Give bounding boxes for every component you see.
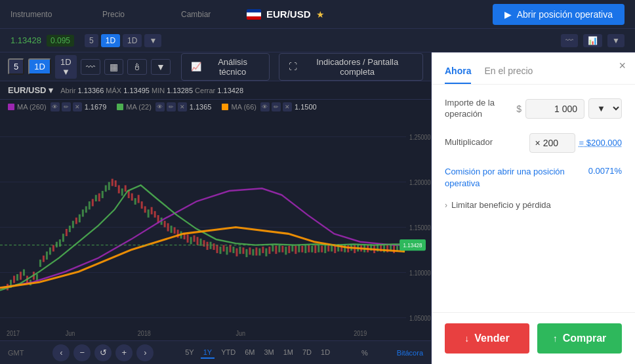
nav-minus-btn[interactable]: − — [73, 344, 91, 361]
svg-rect-134 — [393, 245, 395, 253]
time-btn-1d-first[interactable]: 1D — [101, 34, 120, 47]
multiplier-input[interactable] — [529, 133, 575, 153]
svg-rect-56 — [138, 195, 140, 203]
range-3m[interactable]: 3M — [261, 347, 276, 359]
toolbar-period-select[interactable]: 1D ▼ — [55, 55, 77, 79]
svg-rect-32 — [59, 239, 61, 247]
svg-rect-54 — [131, 193, 133, 201]
svg-rect-112 — [321, 246, 323, 253]
toolbar-line-icon[interactable]: 〰 — [81, 59, 100, 75]
ma-260-edit[interactable]: ✏ — [62, 102, 71, 111]
panel-close-button[interactable]: × — [619, 59, 626, 73]
svg-rect-100 — [281, 246, 283, 253]
svg-rect-25 — [36, 274, 38, 281]
favorite-star-icon[interactable]: ★ — [316, 9, 325, 20]
svg-rect-60 — [151, 207, 153, 214]
chart-type-btn-1[interactable]: 〰 — [561, 34, 578, 47]
multiplicador-value: = $200.000 — [529, 133, 622, 153]
range-6m[interactable]: 6M — [242, 347, 257, 359]
tab-en-precio[interactable]: En el precio — [484, 60, 533, 84]
panel-footer: ↓ Vender ↑ Comprar — [432, 312, 635, 364]
svg-rect-110 — [314, 245, 316, 253]
svg-rect-115 — [331, 245, 333, 252]
range-1m[interactable]: 1M — [281, 347, 296, 359]
svg-rect-27 — [43, 256, 45, 262]
range-ytd[interactable]: YTD — [218, 347, 238, 359]
technical-analysis-button[interactable]: 📈 Análisis técnico — [181, 53, 270, 81]
percent-label: % — [361, 349, 368, 357]
toolbar-period-1d[interactable]: 1D — [28, 58, 51, 75]
svg-rect-43 — [95, 195, 97, 201]
svg-rect-74 — [197, 237, 199, 245]
max-val: 1.13495 — [123, 87, 150, 94]
indicators-fullscreen-button[interactable]: ⛶ Indicadores / Pantalla completa — [279, 53, 423, 81]
toolbar-bar-icon[interactable]: ▦ — [104, 59, 123, 75]
svg-rect-61 — [154, 211, 156, 218]
svg-text:1.25000: 1.25000 — [409, 134, 431, 142]
amount-input[interactable] — [525, 99, 584, 119]
current-price: 1.13428 — [10, 35, 41, 45]
svg-rect-72 — [190, 237, 192, 244]
eur-flag-icon — [247, 9, 261, 20]
ma-66-edit[interactable]: ✏ — [272, 102, 281, 111]
ma-66-item: MA (66) 👁 ✏ ✕ 1.1500 — [222, 102, 316, 111]
range-5y[interactable]: 5Y — [182, 347, 196, 359]
svg-rect-87 — [239, 247, 241, 254]
ma-260-x[interactable]: ✕ — [73, 102, 82, 111]
svg-rect-33 — [62, 233, 64, 241]
svg-rect-65 — [167, 223, 169, 231]
tab-ahora[interactable]: Ahora — [445, 60, 471, 84]
time-btn-1d-second[interactable]: 1D — [123, 34, 142, 47]
open-position-button[interactable]: ▶ Abrir posición operativa — [493, 4, 625, 25]
svg-rect-67 — [174, 228, 176, 234]
toolbar-more-icon[interactable]: ▼ — [151, 59, 171, 75]
nav-next-btn[interactable]: › — [136, 344, 154, 361]
svg-rect-93 — [258, 249, 260, 256]
svg-rect-30 — [52, 245, 54, 252]
svg-rect-48 — [112, 179, 113, 186]
time-btn-5[interactable]: 5 — [85, 34, 98, 47]
chart-type-btn-2[interactable]: 📊 — [583, 34, 602, 47]
nav-plus-btn[interactable]: + — [115, 344, 133, 361]
range-1d[interactable]: 1D — [318, 347, 333, 359]
sell-button[interactable]: ↓ Vender — [445, 323, 529, 354]
multiplicador-label: Multiplicador — [445, 137, 529, 148]
ma-22-eye[interactable]: 👁 — [155, 102, 165, 111]
limit-text: Limitar beneficio y pérdida — [451, 200, 551, 210]
toolbar-num-5[interactable]: 5 — [8, 58, 24, 75]
ma-66-eye[interactable]: 👁 — [260, 102, 270, 111]
ma-22-controls: 👁 ✏ ✕ — [155, 102, 187, 111]
sell-label: Vender — [474, 333, 509, 344]
svg-rect-21 — [23, 270, 25, 276]
bitacora-link[interactable]: Bitácora — [397, 349, 423, 357]
svg-rect-51 — [121, 188, 123, 195]
range-1y[interactable]: 1Y — [201, 347, 215, 359]
nav-reset-btn[interactable]: ↺ — [94, 344, 112, 361]
ma-260-eye[interactable]: 👁 — [51, 102, 60, 111]
ma-66-x[interactable]: ✕ — [283, 102, 292, 111]
limit-chevron-icon: › — [445, 201, 447, 210]
buy-label: Comprar — [563, 333, 607, 344]
importe-row: Importe de la operación $ ▼ — [445, 98, 622, 120]
ma-22-label: MA (22) — [126, 103, 152, 111]
svg-rect-44 — [98, 193, 100, 201]
ma-260-val: 1.1679 — [85, 103, 107, 111]
chart-type-btn-dropdown[interactable]: ▼ — [607, 34, 625, 47]
ma-22-x[interactable]: ✕ — [178, 102, 187, 111]
equals-value: = $200.000 — [579, 138, 622, 148]
currency-dropdown[interactable]: ▼ — [588, 98, 622, 119]
svg-rect-42 — [92, 199, 94, 206]
nav-prev-btn[interactable]: ‹ — [52, 344, 70, 361]
buy-button[interactable]: ↑ Comprar — [537, 323, 622, 354]
limit-row[interactable]: › Limitar beneficio y pérdida — [445, 200, 622, 210]
time-btn-dropdown[interactable]: ▼ — [144, 34, 161, 47]
svg-rect-49 — [115, 180, 117, 187]
svg-rect-82 — [222, 245, 224, 252]
toolbar-candle-icon[interactable]: 🕯 — [127, 59, 147, 75]
symbol-tab[interactable]: EUR/USD ★ — [247, 9, 493, 20]
ma-22-edit[interactable]: ✏ — [167, 102, 176, 111]
sell-arrow-icon: ↓ — [464, 333, 469, 344]
range-7d[interactable]: 7D — [300, 347, 314, 359]
svg-rect-85 — [232, 247, 234, 253]
svg-rect-108 — [308, 245, 310, 253]
